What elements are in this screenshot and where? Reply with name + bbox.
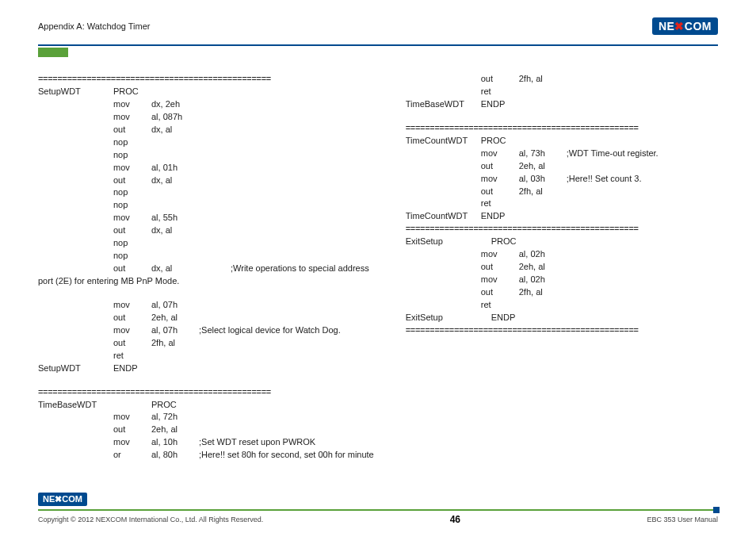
label — [38, 124, 113, 136]
arg — [151, 149, 199, 162]
arg — [519, 197, 567, 210]
label — [38, 199, 113, 212]
op: nop — [113, 136, 151, 149]
asm-line: movdx, 2eh — [38, 98, 374, 111]
arg: al, 55h — [151, 212, 199, 224]
op: out — [481, 261, 519, 274]
label — [406, 299, 481, 312]
asm-line: ret — [38, 350, 374, 362]
comment: ;Set WDT reset upon PWROK — [199, 436, 315, 449]
arg — [151, 237, 199, 250]
arg: 2fh, al — [519, 186, 567, 198]
op: nop — [113, 199, 151, 212]
arg: 2fh, al — [519, 286, 567, 299]
arg: dx, al — [151, 224, 199, 237]
label — [38, 224, 113, 237]
label: ExitSetup — [406, 236, 491, 248]
asm-block: moval, 07hout2eh, almoval, 07h;Select lo… — [38, 299, 374, 362]
op: out — [481, 160, 519, 173]
op: out — [113, 263, 151, 275]
separator: ========================================… — [406, 324, 718, 337]
content-columns: ========================================… — [38, 73, 718, 462]
op: mov — [113, 98, 151, 111]
op: mov — [113, 411, 151, 424]
op: ret — [481, 299, 519, 312]
arg: 2eh, al — [151, 424, 199, 436]
header-title: Appendix A: Watchdog Timer — [38, 21, 150, 31]
arg: 2eh, al — [519, 261, 567, 274]
asm-line: TimeCountWDT ENDP — [406, 210, 718, 223]
arg: 2eh, al — [519, 160, 567, 173]
arg: al, 72h — [151, 411, 199, 424]
arg — [151, 199, 199, 212]
asm-line: TimeBaseWDT ENDP — [406, 98, 718, 111]
asm-line: nop — [38, 149, 374, 162]
asm-line: moval, 72h — [38, 411, 374, 424]
label — [406, 248, 481, 261]
asm-line: out2fh, al — [38, 337, 374, 350]
brand-logo: NE✖COM — [652, 17, 718, 35]
arg: dx, 2eh — [151, 98, 199, 111]
arg — [519, 299, 567, 312]
arg — [151, 250, 199, 263]
op: out — [113, 224, 151, 237]
op: mov — [113, 299, 151, 312]
comment: ;WDT Time-out register. — [567, 148, 659, 160]
op: ret — [481, 197, 519, 210]
op: out — [113, 174, 151, 187]
asm-line: moval, 02h — [406, 248, 718, 261]
arg: al, 73h — [519, 148, 567, 160]
asm-line: moval, 10h;Set WDT reset upon PWROK — [38, 436, 374, 449]
endp: ENDP — [491, 312, 529, 324]
arg: dx, al — [151, 263, 199, 275]
op: or — [113, 449, 151, 462]
label — [38, 411, 113, 424]
op: mov — [481, 248, 519, 261]
label — [406, 274, 481, 286]
op: out — [113, 424, 151, 436]
arg: al, 03h — [519, 173, 567, 186]
asm-line: nop — [38, 186, 374, 199]
page-header: Appendix A: Watchdog Timer NE✖COM — [38, 16, 718, 36]
asm-line: moval, 07h — [38, 299, 374, 312]
asm-line: SetupWDT PROC — [38, 86, 374, 98]
label — [38, 299, 113, 312]
asm-block: moval, 02hout2eh, almoval, 02hout2fh, al… — [406, 248, 718, 312]
asm-block: moval, 73h;WDT Time-out register.out2eh,… — [406, 148, 718, 211]
asm-line: out dx, al ;Write operations to special … — [38, 263, 374, 275]
label — [38, 162, 113, 174]
arg: 2fh, al — [151, 337, 199, 350]
label — [38, 237, 113, 250]
asm-line: out2eh, al — [406, 261, 718, 274]
op: out — [481, 186, 519, 198]
asm-line: outdx, al — [38, 174, 374, 187]
op: mov — [113, 111, 151, 124]
label — [406, 73, 481, 86]
asm-line: TimeCountWDT PROC — [406, 135, 718, 148]
label — [38, 212, 113, 224]
asm-line: moval, 73h;WDT Time-out register. — [406, 148, 718, 160]
asm-line: nop — [38, 136, 374, 149]
label — [38, 324, 113, 337]
asm-line: nop — [38, 199, 374, 212]
op: ret — [481, 86, 519, 98]
op: mov — [113, 436, 151, 449]
asm-line: moval, 07h;Select logical device for Wat… — [38, 324, 374, 337]
endp: ENDP — [481, 210, 519, 223]
op: nop — [113, 237, 151, 250]
asm-line: moval, 01h — [38, 162, 374, 174]
label — [38, 250, 113, 263]
op: mov — [113, 162, 151, 174]
asm-line: nop — [38, 250, 374, 263]
footer-rule — [38, 509, 718, 511]
proc: PROC — [151, 399, 189, 412]
right-column: out2fh, alret TimeBaseWDT ENDP =========… — [406, 73, 718, 462]
green-tab — [38, 48, 68, 57]
label — [38, 436, 113, 449]
label — [38, 136, 113, 149]
arg: al, 80h — [151, 449, 199, 462]
label — [38, 424, 113, 436]
label — [406, 186, 481, 198]
op: out — [113, 124, 151, 136]
asm-line: moval, 02h — [406, 274, 718, 286]
